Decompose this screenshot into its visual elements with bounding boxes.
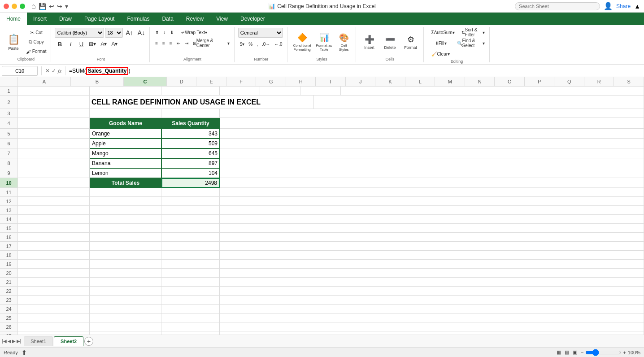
cell-rest-24[interactable]	[220, 305, 644, 313]
cell-rest-13[interactable]	[220, 206, 644, 215]
share-button[interactable]: Share	[616, 3, 631, 9]
col-header-A[interactable]: A	[18, 77, 71, 86]
cancel-formula-icon[interactable]: ✕	[45, 68, 50, 74]
cell-A14[interactable]	[18, 215, 90, 224]
cell-C25[interactable]	[161, 313, 220, 322]
sort-filter-button[interactable]: ⇅ Sort & Filter ▾	[460, 28, 487, 37]
format-as-table-button[interactable]: 📊 Format as Table	[314, 29, 334, 56]
name-box[interactable]	[2, 66, 38, 76]
cell-C19[interactable]	[161, 260, 220, 269]
col-header-G[interactable]: G	[256, 77, 286, 86]
cell-D1[interactable]	[220, 87, 260, 96]
cell-rest-10[interactable]	[220, 178, 644, 188]
cell-rest-1[interactable]	[381, 87, 644, 96]
cell-B1[interactable]	[90, 87, 161, 96]
cell-rest-19[interactable]	[220, 260, 644, 269]
cell-B17[interactable]	[90, 242, 161, 251]
cell-rest-21[interactable]	[220, 278, 644, 287]
italic-button[interactable]: I	[65, 39, 75, 48]
cell-A10[interactable]	[18, 178, 90, 188]
decrease-font-btn[interactable]: A↓	[136, 28, 147, 37]
confirm-formula-icon[interactable]: ✓	[52, 68, 56, 74]
cell-B11[interactable]	[90, 188, 161, 197]
cell-E1[interactable]	[260, 87, 300, 96]
prev-sheet-btn[interactable]: ◀	[8, 339, 11, 344]
cell-B26[interactable]	[90, 322, 161, 331]
number-format-select[interactable]: General	[238, 28, 283, 38]
accessibility-icon[interactable]: ⬆	[22, 349, 27, 356]
font-family-select[interactable]: Calibri (Body)	[55, 28, 104, 38]
col-header-F[interactable]: F	[226, 77, 257, 86]
cell-C16[interactable]	[161, 233, 220, 242]
cell-G1[interactable]	[341, 87, 381, 96]
increase-font-btn[interactable]: A↑	[124, 28, 135, 37]
cell-C1[interactable]	[161, 87, 220, 96]
col-header-J[interactable]: J	[346, 77, 376, 86]
zoom-slider[interactable]	[585, 349, 621, 356]
insert-button[interactable]: ➕ Insert	[360, 29, 379, 56]
cell-C20[interactable]	[161, 269, 220, 278]
align-right-btn[interactable]: ≡	[168, 39, 174, 48]
indent-decrease-btn[interactable]: ⇤	[175, 39, 182, 48]
cell-rest-7[interactable]	[220, 148, 644, 158]
paste-button[interactable]: 📋 Paste	[4, 29, 23, 56]
cell-A23[interactable]	[18, 296, 90, 305]
decrease-decimal-btn[interactable]: ←.0	[272, 39, 284, 48]
merge-center-button[interactable]: ⊞ Merge & Center ▾	[191, 39, 231, 48]
cell-rest-22[interactable]	[220, 287, 644, 296]
cell-rest-2[interactable]	[314, 96, 644, 109]
cell-rest-14[interactable]	[220, 215, 644, 224]
cell-A2[interactable]	[18, 96, 90, 109]
cell-A11[interactable]	[18, 188, 90, 197]
cell-B9[interactable]: Lemon	[90, 168, 161, 178]
indent-increase-btn[interactable]: ⇥	[183, 39, 190, 48]
cell-A18[interactable]	[18, 251, 90, 260]
bold-button[interactable]: B	[55, 39, 65, 48]
cell-rest-5[interactable]	[220, 129, 644, 139]
cell-A3[interactable]	[18, 109, 90, 118]
cell-A15[interactable]	[18, 224, 90, 233]
cell-C10[interactable]: 2498	[161, 178, 220, 188]
col-header-M[interactable]: M	[435, 77, 465, 86]
cell-A12[interactable]	[18, 197, 90, 206]
cell-B24[interactable]	[90, 305, 161, 313]
cell-A26[interactable]	[18, 322, 90, 331]
cell-C8[interactable]: 897	[161, 158, 220, 168]
add-sheet-button[interactable]: +	[84, 337, 93, 346]
cell-B18[interactable]	[90, 251, 161, 260]
cell-rest-4[interactable]	[220, 118, 644, 129]
cell-C13[interactable]	[161, 206, 220, 215]
wrap-text-button[interactable]: ↵ Wrap Text ▾	[176, 28, 212, 37]
cell-F1[interactable]	[300, 87, 341, 96]
zoom-out-btn[interactable]: −	[581, 350, 583, 355]
cell-C15[interactable]	[161, 224, 220, 233]
format-painter-button[interactable]: 🖌 Format	[24, 47, 48, 56]
cell-rest-6[interactable]	[220, 139, 644, 148]
cell-C22[interactable]	[161, 287, 220, 296]
cell-C11[interactable]	[161, 188, 220, 197]
tab-insert[interactable]: Insert	[27, 13, 53, 25]
cut-button[interactable]: ✂ Cut	[24, 28, 48, 37]
cell-A5[interactable]	[18, 129, 90, 139]
first-sheet-btn[interactable]: |◀	[2, 339, 7, 344]
align-bottom-btn[interactable]: ⬇	[168, 28, 175, 37]
sheet-tab-sheet2[interactable]: Sheet2	[54, 336, 83, 346]
col-header-I[interactable]: I	[316, 77, 346, 86]
cell-C23[interactable]	[161, 296, 220, 305]
col-header-R[interactable]: R	[584, 77, 614, 86]
cell-B22[interactable]	[90, 287, 161, 296]
cell-C26[interactable]	[161, 322, 220, 331]
cell-C7[interactable]: 645	[161, 148, 220, 158]
close-window-btn[interactable]	[4, 4, 9, 9]
cell-C9[interactable]: 104	[161, 168, 220, 178]
cell-rest-20[interactable]	[220, 269, 644, 278]
cell-B6[interactable]: Apple	[90, 139, 161, 148]
page-break-view-btn[interactable]: ▣	[573, 349, 577, 355]
clear-button[interactable]: 🧹 Clear ▾	[427, 49, 454, 58]
conditional-formatting-button[interactable]: 🔶 Conditional Formatting	[291, 29, 313, 56]
sheet-tab-sheet1[interactable]: Sheet1	[24, 336, 53, 346]
align-left-btn[interactable]: ≡	[153, 39, 160, 48]
copy-button[interactable]: ⧉ Copy	[24, 38, 48, 47]
cell-B4[interactable]: Goods Name	[90, 118, 161, 129]
col-header-E[interactable]: E	[196, 77, 226, 86]
